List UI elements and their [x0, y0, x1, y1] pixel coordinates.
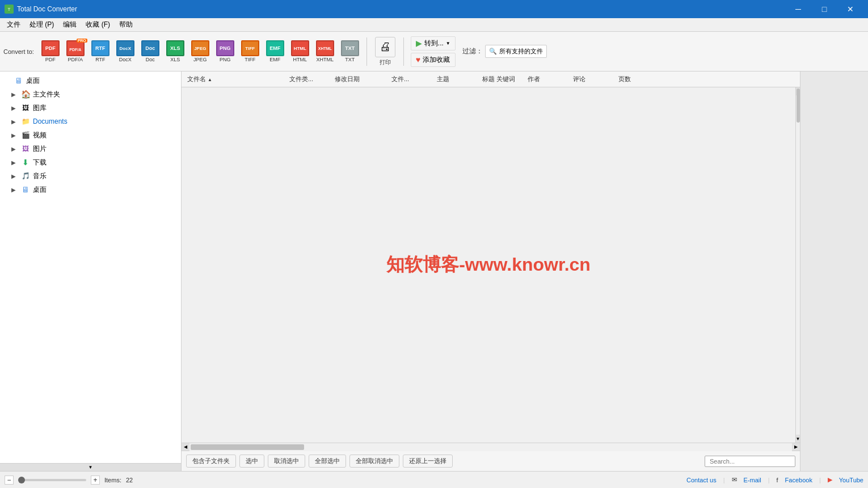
col-author[interactable]: 作者 — [524, 73, 570, 86]
format-emf-button[interactable]: EMF EMF — [263, 39, 287, 64]
sidebar-item-desktop2[interactable]: ▶ 🖥 桌面 — [0, 183, 181, 196]
format-txt-button[interactable]: TXT TXT — [338, 39, 362, 64]
doc-icon: Doc — [141, 40, 159, 56]
h-scroll-right-arrow[interactable]: ▶ — [792, 443, 800, 451]
format-pdf-button[interactable]: PDF PDF — [39, 39, 62, 64]
sidebar-item-pictures[interactable]: ▶ 🖼 图片 — [0, 142, 181, 155]
deselect-all-button[interactable]: 全部取消选中 — [349, 455, 399, 468]
pictures-icon: 🖼 — [20, 144, 31, 154]
sidebar-item-library[interactable]: ▶ 🖼 图库 — [0, 101, 181, 115]
menu-edit[interactable]: 编辑 — [58, 19, 81, 31]
status-bar: − + Items: 22 Contact us | ✉ E-mail | f … — [0, 471, 868, 488]
tree-arrow-music: ▶ — [11, 173, 18, 179]
docx-label: DocX — [119, 57, 132, 62]
sidebar-tree[interactable]: 🖥 桌面 ▶ 🏠 主文件夹 ▶ 🖼 图库 ▶ 📁 Documents — [0, 71, 181, 463]
include-subfolders-button[interactable]: 包含子文件夹 — [186, 455, 236, 468]
sidebar-scroll-down[interactable]: ▼ — [0, 463, 181, 471]
format-rtf-button[interactable]: RTF RTF — [89, 39, 112, 64]
items-count: 22 — [126, 477, 133, 483]
app-icon: T — [5, 5, 14, 14]
col-filesize[interactable]: 文件... — [388, 73, 433, 86]
sidebar-item-desktop-root[interactable]: 🖥 桌面 — [0, 74, 181, 87]
col-title[interactable]: 标题 关键词 — [479, 73, 524, 86]
col-modified[interactable]: 修改日期 — [331, 73, 388, 86]
sort-arrow-filename: ▲ — [208, 77, 212, 82]
format-xhtml-button[interactable]: XHTML XHTML — [313, 39, 337, 64]
sidebar-label-music: 音乐 — [33, 171, 47, 181]
email-link[interactable]: E-mail — [744, 477, 761, 483]
col-filetype[interactable]: 文件类... — [286, 73, 331, 86]
jpeg-icon: JPEG — [191, 40, 209, 56]
col-subject[interactable]: 主题 — [433, 73, 479, 86]
tree-arrow-pictures: ▶ — [11, 146, 18, 152]
facebook-link[interactable]: Facebook — [785, 477, 812, 483]
maximize-button[interactable]: □ — [811, 0, 837, 18]
scroll-bottom-arrow[interactable]: ▼ — [796, 435, 800, 443]
doc-label: Doc — [146, 57, 155, 62]
format-doc-button[interactable]: Doc Doc — [138, 39, 162, 64]
zoom-out-button[interactable]: − — [5, 476, 14, 485]
facebook-icon: f — [777, 477, 778, 483]
minimize-button[interactable]: ─ — [785, 0, 811, 18]
file-content[interactable]: 知软博客-www.knowr.cn — [182, 87, 795, 443]
status-right: Contact us | ✉ E-mail | f Facebook | ▶ Y… — [686, 476, 863, 483]
col-pages[interactable]: 页数 — [615, 73, 649, 86]
home-icon: 🏠 — [20, 89, 31, 99]
col-comments[interactable]: 评论 — [570, 73, 615, 86]
deselect-button[interactable]: 取消选中 — [268, 455, 305, 468]
zoom-in-button[interactable]: + — [91, 476, 100, 485]
scroll-thumb[interactable] — [797, 89, 800, 123]
format-png-button[interactable]: PNG PNG — [213, 39, 237, 64]
close-button[interactable]: ✕ — [837, 0, 863, 18]
music-icon: 🎵 — [20, 171, 31, 181]
zoom-slider[interactable] — [18, 479, 86, 481]
print-button[interactable]: 🖨 打印 — [372, 36, 399, 68]
filter-dropdown[interactable]: 🔍 所有支持的文件 — [485, 45, 547, 58]
select-all-button[interactable]: 全部选中 — [309, 455, 346, 468]
col-filename[interactable]: 文件名 ▲ — [184, 73, 286, 86]
menu-process[interactable]: 处理 (P) — [25, 19, 58, 31]
sidebar-item-home[interactable]: ▶ 🏠 主文件夹 — [0, 87, 181, 101]
pdf-label: PDF — [45, 57, 56, 62]
desktop-icon: 🖥 — [14, 75, 24, 86]
h-scroll-left-arrow[interactable]: ◀ — [182, 443, 189, 451]
watermark: 知软博客-www.knowr.cn — [386, 253, 591, 277]
toolbar-divider — [366, 37, 367, 66]
select-button[interactable]: 选中 — [239, 455, 264, 468]
toolbar-divider2 — [403, 37, 404, 66]
sidebar-item-music[interactable]: ▶ 🎵 音乐 — [0, 169, 181, 183]
convert-to-button[interactable]: ▶ 转到... ▼ — [411, 36, 456, 51]
sidebar-item-downloads[interactable]: ▶ ⬇ 下载 — [0, 155, 181, 169]
format-html-button[interactable]: HTML HTML — [288, 39, 312, 64]
pro-badge: PRO — [77, 39, 87, 43]
rtf-icon: RTF — [91, 40, 109, 56]
menu-file[interactable]: 文件 — [2, 19, 25, 31]
sidebar-item-video[interactable]: ▶ 🎬 视频 — [0, 128, 181, 142]
column-headers: 文件名 ▲ 文件类... 修改日期 文件... 主题 标题 关键词 作者 评论 … — [182, 71, 800, 87]
format-jpeg-button[interactable]: JPEG JPEG — [188, 39, 212, 64]
email-icon: ✉ — [732, 476, 737, 483]
youtube-link[interactable]: YouTube — [839, 477, 863, 483]
filter-label: 过滤： — [462, 47, 483, 56]
undo-select-button[interactable]: 还原上一选择 — [403, 455, 453, 468]
file-list-scrollbar[interactable]: ▲ ▼ — [795, 87, 800, 443]
sidebar-label-home: 主文件夹 — [33, 90, 60, 99]
search-input[interactable] — [705, 456, 795, 467]
menu-help[interactable]: 帮助 — [115, 19, 137, 31]
txt-icon: TXT — [341, 40, 359, 56]
format-docx-button[interactable]: DocX DocX — [113, 39, 137, 64]
h-scroll-track[interactable] — [189, 443, 792, 451]
items-label: Items: — [104, 477, 121, 483]
format-xls-button[interactable]: XLS XLS — [163, 39, 187, 64]
contact-us-link[interactable]: Contact us — [686, 477, 717, 483]
format-tiff-button[interactable]: TIFF TIFF — [238, 39, 262, 64]
sidebar-item-documents[interactable]: ▶ 📁 Documents — [0, 115, 181, 128]
xls-icon: XLS — [166, 40, 184, 56]
sidebar-label-pictures: 图片 — [33, 144, 47, 154]
pdfa-label: PDF/A — [68, 57, 83, 62]
h-scroll-thumb[interactable] — [191, 444, 304, 450]
add-bookmark-button[interactable]: ♥ 添加收藏 — [411, 53, 456, 67]
toolbar: Convert to: PDF PDF PDF/A PDF/A PRO RTF … — [0, 32, 868, 71]
menu-favorites[interactable]: 收藏 (F) — [81, 19, 115, 31]
format-buttons: PDF PDF PDF/A PDF/A PRO RTF RTF DocX Doc… — [39, 39, 362, 64]
